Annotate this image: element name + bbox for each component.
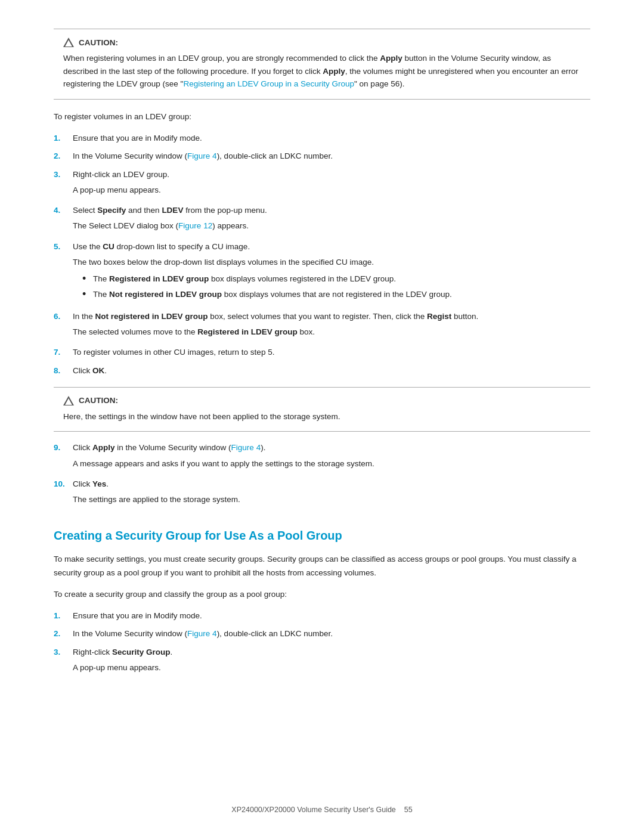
step-8-num: 8. bbox=[54, 364, 73, 377]
intro-text: To register volumes in an LDEV group: bbox=[54, 110, 590, 123]
step-2-content: In the Volume Security window (Figure 4)… bbox=[73, 150, 590, 163]
section-intro-1: To make security settings, you must crea… bbox=[54, 553, 590, 580]
section-heading: Creating a Security Group for Use As a P… bbox=[54, 528, 590, 543]
step-6-text: In the Not registered in LDEV group box,… bbox=[73, 312, 478, 321]
step-5-bold-cu: CU bbox=[103, 242, 114, 251]
section-step-3-text: Right-click Security Group. bbox=[73, 648, 172, 657]
step-4-content: Select Specify and then LDEV from the po… bbox=[73, 204, 590, 236]
footer-text: XP24000/XP20000 Volume Security User's G… bbox=[231, 806, 395, 814]
step-4-num: 4. bbox=[54, 204, 73, 217]
step-6-num: 6. bbox=[54, 310, 73, 323]
section-step-2-content: In the Volume Security window (Figure 4)… bbox=[73, 627, 590, 640]
step-10-text: Click Yes. bbox=[73, 479, 109, 488]
bullet-dot-1: • bbox=[82, 272, 93, 286]
step-9-num: 9. bbox=[54, 441, 73, 454]
bullet-2: • The Not registered in LDEV group box d… bbox=[82, 288, 590, 301]
step-3-sub: A pop-up menu appears. bbox=[73, 184, 590, 197]
bullet-1: • The Registered in LDEV group box displ… bbox=[82, 272, 590, 286]
caution-link-1[interactable]: Registering an LDEV Group in a Security … bbox=[183, 79, 354, 88]
section-step-1-num: 1. bbox=[54, 609, 73, 623]
caution-header-2: CAUTION: bbox=[63, 396, 581, 405]
step-9-bold-apply: Apply bbox=[92, 443, 115, 452]
step-3-text: Right-click an LDEV group. bbox=[73, 170, 169, 179]
step-6-sub: The selected volumes move to the Registe… bbox=[73, 326, 590, 339]
step-7: 7. To register volumes in other CU image… bbox=[54, 346, 590, 359]
section-step-1-text: Ensure that you are in Modify mode. bbox=[73, 611, 202, 620]
section-step-1: 1. Ensure that you are in Modify mode. bbox=[54, 609, 590, 623]
step-9-content: Click Apply in the Volume Security windo… bbox=[73, 441, 590, 473]
step-10-num: 10. bbox=[54, 478, 73, 491]
step-4-sub: The Select LDEV dialog box (Figure 12) a… bbox=[73, 219, 590, 233]
step-4-bold-ldev: LDEV bbox=[162, 206, 183, 215]
section-step-3: 3. Right-click Security Group. A pop-up … bbox=[54, 646, 590, 677]
step-7-num: 7. bbox=[54, 346, 73, 359]
caution-triangle-icon-2 bbox=[63, 396, 74, 405]
step-5-content: Use the CU drop-down list to specify a C… bbox=[73, 240, 590, 305]
step-2: 2. In the Volume Security window (Figure… bbox=[54, 150, 590, 163]
step-3-num: 3. bbox=[54, 168, 73, 181]
steps-list-3: 1. Ensure that you are in Modify mode. 2… bbox=[54, 609, 590, 677]
step-5-text: Use the CU drop-down list to specify a C… bbox=[73, 242, 250, 251]
caution-label-1: CAUTION: bbox=[79, 38, 118, 47]
caution-body-2: Here, the settings in the window have no… bbox=[63, 410, 581, 423]
caution-body-1: When registering volumes in an LDEV grou… bbox=[63, 52, 581, 91]
caution-triangle-icon-1 bbox=[63, 38, 74, 47]
step-9-text: Click Apply in the Volume Security windo… bbox=[73, 443, 265, 452]
section-step-2-link[interactable]: Figure 4 bbox=[187, 629, 217, 638]
section-step-2: 2. In the Volume Security window (Figure… bbox=[54, 627, 590, 640]
step-2-link[interactable]: Figure 4 bbox=[187, 151, 217, 160]
step-5-sub: The two boxes below the drop-down list d… bbox=[73, 256, 590, 269]
step-1-content: Ensure that you are in Modify mode. bbox=[73, 132, 590, 145]
step-3-content: Right-click an LDEV group. A pop-up menu… bbox=[73, 168, 590, 200]
section-step-3-sub: A pop-up menu appears. bbox=[73, 661, 590, 674]
step-7-content: To register volumes in other CU images, … bbox=[73, 346, 590, 359]
step-6-sub-bold: Registered in LDEV group bbox=[197, 327, 297, 336]
step-5: 5. Use the CU drop-down list to specify … bbox=[54, 240, 590, 305]
step-5-bullets: • The Registered in LDEV group box displ… bbox=[82, 272, 590, 302]
step-9-sub: A message appears and asks if you want t… bbox=[73, 457, 590, 470]
section-step-2-text: In the Volume Security window (Figure 4)… bbox=[73, 629, 333, 638]
step-4-text: Select Specify and then LDEV from the po… bbox=[73, 206, 267, 215]
step-5-num: 5. bbox=[54, 240, 73, 253]
caution-box-2: CAUTION: Here, the settings in the windo… bbox=[54, 387, 590, 432]
step-8-text: Click OK. bbox=[73, 366, 107, 375]
step-4-bold-specify: Specify bbox=[97, 206, 126, 215]
bullet-2-bold: Not registered in LDEV group bbox=[109, 290, 222, 299]
bullet-1-bold: Registered in LDEV group bbox=[109, 274, 209, 283]
caution-header-1: CAUTION: bbox=[63, 38, 581, 47]
step-10-content: Click Yes. The settings are applied to t… bbox=[73, 478, 590, 509]
step-6-bold-regist: Regist bbox=[427, 312, 451, 321]
section-step-3-num: 3. bbox=[54, 646, 73, 659]
step-10-sub: The settings are applied to the storage … bbox=[73, 493, 590, 506]
step-3: 3. Right-click an LDEV group. A pop-up m… bbox=[54, 168, 590, 200]
step-2-num: 2. bbox=[54, 150, 73, 163]
section-step-2-num: 2. bbox=[54, 627, 73, 640]
bullet-1-text: The Registered in LDEV group box display… bbox=[93, 272, 396, 286]
caution-apply-bold-2: Apply bbox=[323, 67, 345, 76]
step-8: 8. Click OK. bbox=[54, 364, 590, 377]
step-4-link[interactable]: Figure 12 bbox=[178, 221, 212, 230]
footer: XP24000/XP20000 Volume Security User's G… bbox=[0, 806, 644, 814]
caution-box-1: CAUTION: When registering volumes in an … bbox=[54, 29, 590, 100]
step-6: 6. In the Not registered in LDEV group b… bbox=[54, 310, 590, 342]
bullet-2-text: The Not registered in LDEV group box dis… bbox=[93, 288, 452, 301]
step-6-bold-not-reg: Not registered in LDEV group bbox=[95, 312, 208, 321]
step-9-link[interactable]: Figure 4 bbox=[231, 443, 261, 452]
step-1-num: 1. bbox=[54, 132, 73, 145]
section-intro-2: To create a security group and classify … bbox=[54, 588, 590, 601]
step-10: 10. Click Yes. The settings are applied … bbox=[54, 478, 590, 509]
step-8-bold-ok: OK bbox=[92, 366, 104, 375]
footer-page: 55 bbox=[404, 806, 413, 814]
caution-label-2: CAUTION: bbox=[79, 396, 118, 405]
step-1-text: Ensure that you are in Modify mode. bbox=[73, 134, 202, 143]
step-7-text: To register volumes in other CU images, … bbox=[73, 348, 274, 357]
steps-list-1: 1. Ensure that you are in Modify mode. 2… bbox=[54, 132, 590, 377]
step-8-content: Click OK. bbox=[73, 364, 590, 377]
step-2-text: In the Volume Security window (Figure 4)… bbox=[73, 151, 333, 160]
step-10-bold-yes: Yes bbox=[92, 479, 106, 488]
step-9: 9. Click Apply in the Volume Security wi… bbox=[54, 441, 590, 473]
step-4: 4. Select Specify and then LDEV from the… bbox=[54, 204, 590, 236]
steps-list-2: 9. Click Apply in the Volume Security wi… bbox=[54, 441, 590, 509]
step-6-content: In the Not registered in LDEV group box,… bbox=[73, 310, 590, 342]
bullet-dot-2: • bbox=[82, 288, 93, 301]
